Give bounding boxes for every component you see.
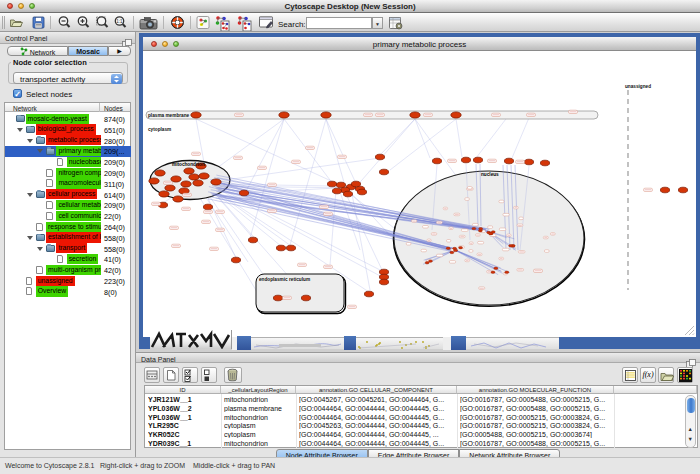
svg-text:endoplasmic reticulum: endoplasmic reticulum xyxy=(259,277,310,282)
svg-text:nucleus: nucleus xyxy=(481,172,499,177)
svg-text:mitochondrion: mitochondrion xyxy=(172,162,205,167)
svg-text:cytoplasm: cytoplasm xyxy=(148,127,171,132)
svg-text:1:1: 1:1 xyxy=(116,19,123,24)
svg-text:unassigned: unassigned xyxy=(625,84,651,89)
svg-text:plasma membrane: plasma membrane xyxy=(148,113,190,118)
